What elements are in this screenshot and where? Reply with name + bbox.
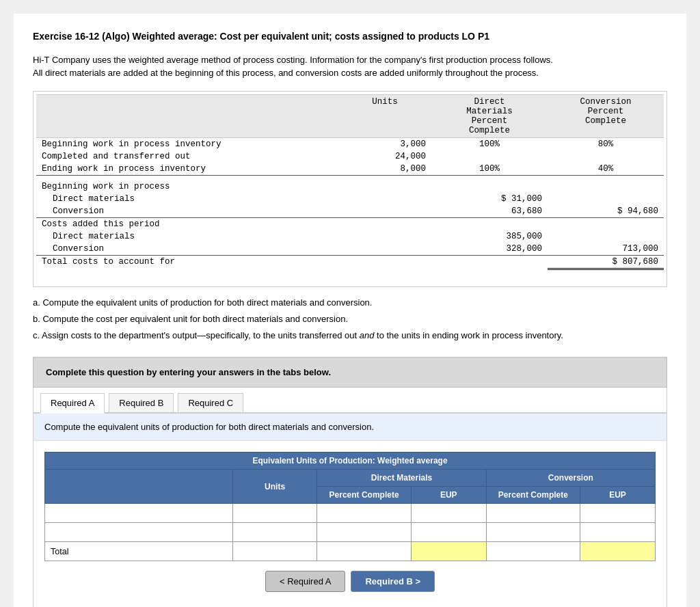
table-row: Conversion 328,000 713,000 — [36, 243, 664, 256]
tab-required-c[interactable]: Required C — [178, 393, 243, 412]
eu-row-label — [45, 523, 233, 542]
row-label: Costs added this period — [36, 218, 338, 231]
eu-row-dm-pct[interactable] — [317, 523, 411, 542]
eu-table-wrapper: Equivalent Units of Production: Weighted… — [33, 441, 667, 607]
eu-total-units[interactable] — [232, 542, 317, 561]
eu-dm-eup-input[interactable] — [417, 528, 481, 537]
row-label: Ending work in process inventory — [36, 163, 338, 176]
row-dm — [431, 150, 548, 163]
eu-row-dm-pct[interactable] — [317, 504, 411, 523]
row-label: Beginning work in process — [36, 180, 338, 193]
row-label: Total costs to account for — [36, 256, 338, 269]
row-units — [338, 193, 431, 205]
eu-total-units-input[interactable] — [239, 547, 312, 556]
eu-row-units[interactable] — [232, 523, 317, 542]
eu-row-conv-eup[interactable] — [580, 504, 656, 523]
eu-total-conv-eup[interactable] — [580, 542, 656, 561]
row-label: Completed and transferred out — [36, 150, 338, 163]
eu-dm-pct-input[interactable] — [323, 509, 405, 518]
eu-units-input[interactable] — [239, 528, 312, 537]
tabs-header: Required A Required B Required C — [33, 388, 667, 414]
eu-row-dm-eup[interactable] — [411, 523, 486, 542]
eu-dm-eup-input[interactable] — [417, 509, 481, 518]
eu-row-conv-eup[interactable] — [580, 523, 656, 542]
question-c-suffix: to the units in ending work in process i… — [374, 330, 563, 340]
col-units-header: Units — [338, 94, 431, 137]
eu-conv-eup-input[interactable] — [586, 509, 649, 518]
row-units — [338, 205, 431, 218]
eu-total-dm-eup[interactable] — [411, 542, 486, 561]
row-conv: $ 94,680 — [548, 205, 664, 218]
table-row: Direct materials $ 31,000 — [36, 193, 664, 205]
row-label: Conversion — [36, 243, 338, 256]
info-table: Units DirectMaterialsPercentComplete Con… — [36, 94, 664, 271]
row-label: Direct materials — [36, 193, 338, 205]
question-c: c. Assign costs to the department's outp… — [33, 328, 667, 343]
row-label: Direct materials — [36, 230, 338, 243]
tab-required-b[interactable]: Required B — [109, 393, 174, 412]
row-dm: $ 31,000 — [431, 193, 548, 205]
row-units: 24,000 — [338, 150, 431, 163]
row-units — [338, 243, 431, 256]
table-row: Conversion 63,680 $ 94,680 — [36, 205, 664, 218]
table-row: Direct materials 385,000 — [36, 230, 664, 243]
eu-total-dm-pct — [317, 542, 411, 561]
row-conv — [548, 218, 664, 231]
row-conv: $ 807,680 — [548, 256, 664, 269]
row-units — [338, 230, 431, 243]
eu-conv-eup-input[interactable] — [586, 528, 649, 537]
complete-box: Complete this question by entering your … — [33, 357, 667, 388]
eu-table-title: Equivalent Units of Production: Weighted… — [45, 453, 656, 470]
eu-table: Equivalent Units of Production: Weighted… — [44, 452, 656, 561]
row-units — [338, 180, 431, 193]
eu-row-conv-pct[interactable] — [486, 523, 580, 542]
table-row: Costs added this period — [36, 218, 664, 231]
eu-conv-pct-input[interactable] — [492, 528, 574, 537]
spacer-row — [36, 175, 664, 180]
eu-dm-pct-input[interactable] — [323, 528, 405, 537]
eu-col-conv-eup-header: EUP — [580, 487, 656, 504]
eu-row-conv-pct[interactable] — [486, 504, 580, 523]
eu-total-conv-eup-input[interactable] — [586, 547, 649, 556]
row-conv — [548, 180, 664, 193]
table-row: Beginning work in process — [36, 180, 664, 193]
description: Hi-T Company uses the weighted average m… — [33, 53, 667, 80]
tab-instruction: Compute the equivalent units of producti… — [33, 414, 667, 441]
eu-total-dm-eup-input[interactable] — [417, 547, 481, 556]
row-dm: 63,680 — [431, 205, 548, 218]
eu-conv-pct-input[interactable] — [492, 509, 574, 518]
eu-row-label — [45, 504, 233, 523]
row-units: 8,000 — [338, 163, 431, 176]
table-row: Beginning work in process inventory 3,00… — [36, 137, 664, 150]
table-row: Ending work in process inventory 8,000 1… — [36, 163, 664, 176]
eu-row-units[interactable] — [232, 504, 317, 523]
row-conv: 713,000 — [548, 243, 664, 256]
eu-col-dm-pct-header: Percent Complete — [317, 487, 411, 504]
row-units: 3,000 — [338, 137, 431, 150]
questions-section: a. Compute the equivalent units of produ… — [33, 295, 667, 343]
row-conv — [548, 230, 664, 243]
tab-required-a[interactable]: Required A — [40, 393, 105, 414]
row-label: Beginning work in process inventory — [36, 137, 338, 150]
eu-col-conv-pct-header: Percent Complete — [486, 487, 580, 504]
eu-row-dm-eup[interactable] — [411, 504, 486, 523]
row-dm: 385,000 — [431, 230, 548, 243]
eu-total-conv-pct — [486, 542, 580, 561]
eu-col-dm-eup-header: EUP — [411, 487, 486, 504]
prev-button[interactable]: < Required A — [265, 571, 346, 592]
question-c-italic: and — [360, 330, 375, 340]
question-a: a. Compute the equivalent units of produ… — [33, 295, 667, 310]
next-button[interactable]: Required B > — [351, 571, 435, 592]
question-b: b. Compute the cost per equivalent unit … — [33, 312, 667, 327]
col-label-header — [36, 94, 338, 137]
page-title: Exercise 16-12 (Algo) Weighted average: … — [33, 30, 667, 44]
row-dm: 100% — [431, 137, 548, 150]
row-dm: 100% — [431, 163, 548, 176]
row-label: Conversion — [36, 205, 338, 218]
col-conv-header: ConversionPercentComplete — [548, 94, 664, 137]
complete-box-text: Complete this question by entering your … — [46, 367, 331, 377]
description-line1: Hi-T Company uses the weighted average m… — [33, 55, 553, 65]
eu-units-input[interactable] — [239, 509, 312, 518]
eu-table-row — [45, 523, 656, 542]
description-line2: All direct materials are added at the be… — [33, 68, 539, 78]
